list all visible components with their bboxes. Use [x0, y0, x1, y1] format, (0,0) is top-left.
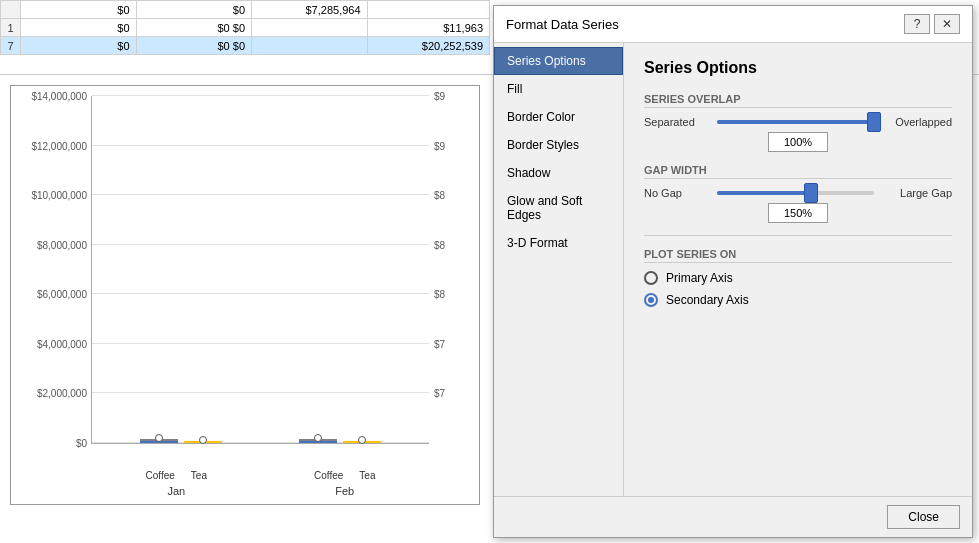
- y-label: $4,000,000: [37, 338, 87, 349]
- cell: $0: [136, 1, 252, 19]
- gap-right-label: Large Gap: [882, 187, 952, 199]
- group-label-jan: Jan: [92, 485, 261, 497]
- y-label-right: $8: [434, 190, 445, 201]
- cell: $0: [21, 19, 137, 37]
- overlap-value-input[interactable]: [768, 132, 828, 152]
- series-overlap-track[interactable]: [717, 120, 874, 124]
- series-overlap-slider-row: Separated Overlapped: [644, 116, 952, 128]
- cell: $0 $0: [136, 37, 252, 55]
- radio-secondary-circle[interactable]: [644, 293, 658, 307]
- table-row: $0 $0 $7,285,964: [1, 1, 490, 19]
- bar-tea-jan: [183, 441, 223, 443]
- gap-width-slider-row: No Gap Large Gap: [644, 187, 952, 199]
- section-divider: [644, 235, 952, 236]
- gap-value-input[interactable]: [768, 203, 828, 223]
- close-x-button[interactable]: ✕: [934, 14, 960, 34]
- dialog-titlebar: Format Data Series ? ✕: [494, 6, 972, 43]
- cell: [252, 37, 368, 55]
- row-num: [1, 1, 21, 19]
- table-row: 1 $0 $0 $0 $11,963: [1, 19, 490, 37]
- jan-labels: Coffee Tea: [92, 470, 261, 481]
- dialog-controls: ? ✕: [904, 14, 960, 34]
- y-label-right: $8: [434, 289, 445, 300]
- gap-width-label: Gap Width: [644, 164, 952, 179]
- cell: $20,252,539: [367, 37, 489, 55]
- bar-groups: [92, 96, 429, 443]
- label-coffee-feb: Coffee: [314, 470, 343, 481]
- radio-primary[interactable]: Primary Axis: [644, 271, 952, 285]
- cell: $11,963: [367, 19, 489, 37]
- x-axis-labels: Coffee Tea Coffee Tea: [92, 470, 429, 481]
- radio-primary-label: Primary Axis: [666, 271, 733, 285]
- bar-coffee-jan: [139, 439, 179, 443]
- cell: $0 $0: [136, 19, 252, 37]
- cell: [252, 19, 368, 37]
- dialog-body: Series Options Fill Border Color Border …: [494, 43, 972, 496]
- nav-item-3d[interactable]: 3-D Format: [494, 229, 623, 257]
- bar-coffee-feb: [298, 439, 338, 443]
- overlap-thumb[interactable]: [867, 112, 881, 132]
- handle-dot[interactable]: [314, 434, 322, 442]
- gap-left-label: No Gap: [644, 187, 709, 199]
- plot-series-label: Plot Series On: [644, 248, 952, 263]
- nav-item-shadow[interactable]: Shadow: [494, 159, 623, 187]
- overlap-right-label: Overlapped: [882, 116, 952, 128]
- handle-dot[interactable]: [358, 436, 366, 444]
- row-num: 7: [1, 37, 21, 55]
- gap-width-track[interactable]: [717, 191, 874, 195]
- nav-item-fill[interactable]: Fill: [494, 75, 623, 103]
- chart-inner: $14,000,000 $12,000,000 $10,000,000 $8,0…: [11, 86, 479, 504]
- label-tea-jan: Tea: [191, 470, 207, 481]
- bar-tea-feb: [342, 441, 382, 443]
- y-label: $8,000,000: [37, 239, 87, 250]
- overlap-fill: [717, 120, 874, 124]
- y-label-right: $9: [434, 91, 445, 102]
- nav-item-series-options[interactable]: Series Options: [494, 47, 623, 75]
- radio-secondary-label: Secondary Axis: [666, 293, 749, 307]
- cell: $0: [21, 37, 137, 55]
- y-label-right: $9: [434, 140, 445, 151]
- dialog-nav: Series Options Fill Border Color Border …: [494, 43, 624, 496]
- y-label: $2,000,000: [37, 388, 87, 399]
- overlap-left-label: Separated: [644, 116, 709, 128]
- series-options-title: Series Options: [644, 59, 952, 77]
- handle-dot[interactable]: [155, 434, 163, 442]
- chart-plot: $14,000,000 $12,000,000 $10,000,000 $8,0…: [91, 96, 429, 444]
- radio-secondary[interactable]: Secondary Axis: [644, 293, 952, 307]
- cell: $0: [21, 1, 137, 19]
- group-label-feb: Feb: [261, 485, 430, 497]
- y-label: $6,000,000: [37, 289, 87, 300]
- chart-area: $14,000,000 $12,000,000 $10,000,000 $8,0…: [10, 85, 480, 505]
- radio-primary-circle[interactable]: [644, 271, 658, 285]
- overlap-value-box: [644, 132, 952, 152]
- y-label: $12,000,000: [31, 140, 87, 151]
- dialog-content: Series Options Series Overlap Separated …: [624, 43, 972, 496]
- nav-item-border-styles[interactable]: Border Styles: [494, 131, 623, 159]
- spreadsheet-area: $0 $0 $7,285,964 1 $0 $0 $0 $11,963 7 $0…: [0, 0, 979, 543]
- nav-item-glow[interactable]: Glow and Soft Edges: [494, 187, 623, 229]
- close-button[interactable]: Close: [887, 505, 960, 529]
- handle-dot[interactable]: [199, 436, 207, 444]
- dialog-footer: Close: [494, 496, 972, 537]
- radio-group: Primary Axis Secondary Axis: [644, 271, 952, 307]
- bar-pair-jan: [102, 439, 261, 443]
- y-label-right: $7: [434, 338, 445, 349]
- spreadsheet-table: $0 $0 $7,285,964 1 $0 $0 $0 $11,963 7 $0…: [0, 0, 490, 55]
- cell: $7,285,964: [252, 1, 368, 19]
- table-row-selected: 7 $0 $0 $0 $20,252,539: [1, 37, 490, 55]
- group-labels: Jan Feb: [92, 485, 429, 497]
- help-button[interactable]: ?: [904, 14, 930, 34]
- row-num: 1: [1, 19, 21, 37]
- series-overlap-label: Series Overlap: [644, 93, 952, 108]
- cell: [367, 1, 489, 19]
- nav-item-border-color[interactable]: Border Color: [494, 103, 623, 131]
- y-label: $0: [76, 438, 87, 449]
- bar-group-jan: [102, 439, 261, 443]
- format-data-series-dialog: Format Data Series ? ✕ Series Options Fi…: [493, 5, 973, 538]
- feb-labels: Coffee Tea: [261, 470, 430, 481]
- gap-fill: [717, 191, 811, 195]
- y-label-right: $7: [434, 388, 445, 399]
- y-label: $14,000,000: [31, 91, 87, 102]
- label-tea-feb: Tea: [359, 470, 375, 481]
- gap-thumb[interactable]: [804, 183, 818, 203]
